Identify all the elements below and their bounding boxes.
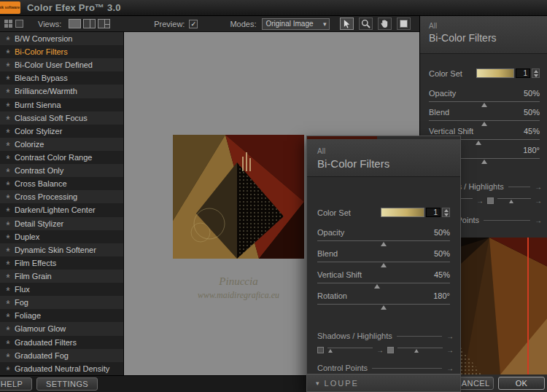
arrow-icon: →	[376, 346, 384, 354]
star-icon: *	[4, 34, 12, 46]
slider-track[interactable]	[317, 304, 450, 310]
color-set-swatch[interactable]	[381, 208, 424, 217]
sidebar-item[interactable]: *Colorize	[0, 138, 123, 151]
single-view-button[interactable]	[69, 19, 81, 28]
sidebar-item[interactable]: *Contrast Only	[0, 164, 123, 177]
sidebar-item[interactable]: *Glamour Glow	[0, 322, 123, 335]
star-icon: *	[4, 298, 12, 310]
sidebar-item[interactable]: *Burnt Sienna	[0, 98, 123, 111]
split-view-button[interactable]	[83, 19, 96, 28]
shadow-slider[interactable]	[327, 348, 373, 353]
color-set-stepper[interactable]	[442, 208, 450, 217]
highlight-swatch[interactable]	[487, 197, 494, 204]
slider-handle[interactable]	[381, 305, 387, 310]
slider-handle[interactable]	[481, 103, 487, 107]
side-by-side-view-button[interactable]	[98, 19, 110, 28]
slider-track[interactable]	[429, 101, 540, 107]
panel-layout-icon[interactable]	[15, 20, 23, 28]
sidebar-item[interactable]: *Darken/Lighten Center	[0, 203, 123, 216]
background-color-button[interactable]	[397, 17, 411, 30]
sidebar-item[interactable]: *Film Grain	[0, 270, 123, 283]
slider-track[interactable]	[429, 120, 540, 126]
slider-track[interactable]	[317, 262, 450, 267]
loupe-bar[interactable]: ▾ LOUPE	[307, 374, 460, 391]
slider-handle[interactable]	[381, 263, 387, 267]
slider-handle[interactable]	[481, 160, 487, 164]
sidebar-item[interactable]: *Foliage	[0, 309, 123, 322]
sidebar-item[interactable]: *Graduated Filters	[0, 336, 123, 349]
sidebar-item-label: Flux	[15, 285, 30, 294]
slider-handle[interactable]	[481, 122, 487, 126]
slider-handle[interactable]	[374, 284, 380, 289]
color-set-number[interactable]: 1	[516, 68, 530, 78]
filter-list: *B/W Conversion*Bi-Color Filters*Bi-Colo…	[0, 32, 123, 375]
sidebar-item[interactable]: *Duplex	[0, 230, 123, 243]
sidebar-item[interactable]: *Bi-Color Filters	[0, 45, 123, 58]
sidebar-item-label: Color Stylizer	[15, 127, 62, 136]
slider-handle[interactable]	[328, 349, 333, 353]
sidebar-item-label: Classical Soft Focus	[15, 114, 88, 122]
star-icon: *	[4, 338, 12, 350]
preview-label: Preview:	[154, 20, 185, 28]
shadow-swatch[interactable]	[317, 347, 324, 353]
sidebar-item[interactable]: *Brilliance/Warmth	[0, 85, 123, 98]
sidebar-item[interactable]: *Color Stylizer	[0, 125, 123, 138]
sidebar-item[interactable]: *Detail Stylizer	[0, 217, 123, 230]
ok-button[interactable]: OK	[498, 377, 545, 390]
sidebar-item[interactable]: *Cross Processing	[0, 190, 123, 203]
star-icon: *	[4, 47, 12, 59]
sidebar-item[interactable]: *Cross Balance	[0, 177, 123, 190]
star-icon: *	[4, 285, 12, 297]
slider-handle[interactable]	[476, 141, 481, 145]
slider-value: 180°	[523, 146, 540, 154]
slider-row: Blend50%	[429, 108, 540, 126]
titlebar: nik software Color Efex Pro™ 3.0	[0, 0, 547, 16]
modes-dropdown[interactable]: Original Image ▾	[262, 18, 330, 30]
divider	[372, 368, 442, 369]
settings-button[interactable]: SETTINGS	[36, 377, 98, 391]
color-set-label: Color Set	[317, 208, 351, 217]
star-icon: *	[4, 219, 12, 231]
slider-handle[interactable]	[414, 349, 419, 353]
color-set-swatch[interactable]	[476, 68, 514, 78]
help-button[interactable]: HELP	[0, 377, 32, 391]
slider-track[interactable]	[317, 283, 450, 289]
sidebar-item[interactable]: *Flux	[0, 283, 123, 296]
highlight-slider[interactable]	[397, 348, 443, 353]
pan-tool-button[interactable]	[378, 17, 392, 30]
slider-label: Rotation	[317, 291, 347, 300]
slider-track[interactable]	[317, 240, 450, 246]
color-set-stepper[interactable]	[532, 68, 540, 78]
sidebar-item[interactable]: *Contrast Color Range	[0, 151, 123, 164]
shadows-highlights-section[interactable]: Shadows / Highlights →	[317, 332, 454, 340]
sidebar-item[interactable]: *Graduated Fog	[0, 349, 123, 362]
zoom-tool-button[interactable]	[359, 17, 373, 30]
panel-header: All Bi-Color Filters	[420, 16, 547, 54]
highlight-swatch[interactable]	[387, 347, 394, 353]
color-set-control: 1	[476, 68, 540, 78]
sidebar-item[interactable]: *Dynamic Skin Softener	[0, 243, 123, 256]
color-set-control: 1	[381, 208, 450, 217]
caption-name: Pinuccia	[158, 275, 319, 288]
color-set-number[interactable]: 1	[426, 208, 441, 217]
preview-checkbox[interactable]: ✓	[189, 20, 198, 28]
panel-scope: All	[429, 22, 538, 30]
sidebar-item-label: B/W Conversion	[15, 34, 72, 43]
select-tool-button[interactable]	[340, 17, 354, 30]
highlight-slider[interactable]	[497, 198, 531, 203]
sidebar-item[interactable]: *Bleach Bypass	[0, 71, 123, 85]
sidebar-item-label: Colorize	[15, 140, 44, 149]
sidebar-item[interactable]: *B/W Conversion	[0, 32, 123, 45]
workspace-grid-icon[interactable]	[4, 20, 12, 28]
sidebar-item[interactable]: *Graduated Neutral Density	[0, 362, 123, 375]
sidebar-item-label: Film Grain	[15, 272, 52, 281]
slider-handle[interactable]	[509, 200, 513, 203]
slider-handle[interactable]	[381, 242, 387, 246]
control-points-section[interactable]: Control Points →	[317, 364, 454, 372]
star-icon: *	[4, 153, 12, 165]
star-icon: *	[4, 246, 12, 257]
sidebar-item[interactable]: *Classical Soft Focus	[0, 111, 123, 125]
sidebar-item[interactable]: *Bi-Color User Defined	[0, 58, 123, 71]
sidebar-item[interactable]: *Fog	[0, 296, 123, 309]
sidebar-item[interactable]: *Film Effects	[0, 256, 123, 270]
